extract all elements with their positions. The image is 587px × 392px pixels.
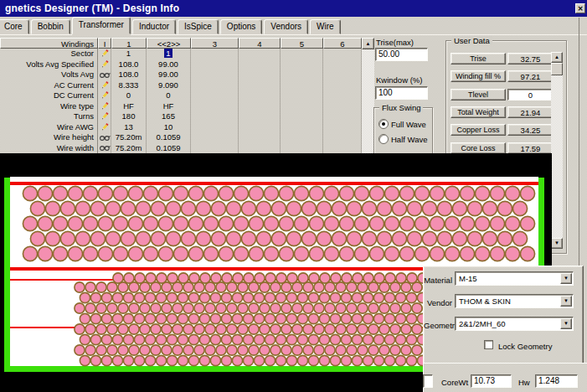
close-button[interactable]: ✕ [575, 3, 585, 13]
cell-col1[interactable]: 108.0 [111, 70, 147, 80]
cell-col1[interactable]: 75.20m [111, 132, 147, 143]
selected-cell-value[interactable]: 1 [164, 49, 172, 58]
column-header-4[interactable]: 4 [239, 38, 281, 49]
cell-empty[interactable] [323, 70, 362, 80]
cell-empty[interactable] [323, 59, 362, 70]
cell-empty[interactable] [281, 111, 323, 122]
vendor-dropdown[interactable]: THOM & SKIN ▼ [455, 294, 574, 308]
column-header-windings[interactable]: Windings [0, 38, 98, 49]
table-scrollbar[interactable]: ▲ [362, 38, 374, 153]
cell-col1[interactable]: 108.0 [111, 59, 147, 70]
column-header-1[interactable]: 1 [111, 38, 147, 49]
column-header-0[interactable]: I [98, 38, 111, 49]
cell-col2[interactable]: HF [147, 101, 191, 112]
cell-empty[interactable] [239, 49, 281, 59]
cell-empty[interactable] [239, 111, 281, 122]
scroll-up-icon[interactable]: ▲ [362, 38, 374, 49]
cell-empty[interactable] [239, 143, 281, 154]
cell-empty[interactable] [191, 143, 239, 154]
trise-max-input[interactable]: 50.00 [375, 48, 428, 61]
cell-col1[interactable]: 8.333 [111, 80, 147, 91]
cell-empty[interactable] [323, 143, 362, 154]
cell-empty[interactable] [191, 80, 239, 91]
tab-vendors[interactable]: Vendors [264, 19, 308, 34]
cell-empty[interactable] [281, 101, 323, 112]
cell-empty[interactable] [191, 132, 239, 143]
column-header-3[interactable]: 3 [191, 38, 239, 49]
cell-col2[interactable]: 0.1059 [147, 132, 191, 143]
cell-empty[interactable] [281, 122, 323, 133]
cell-col2[interactable]: 165 [147, 111, 191, 122]
scroll-up-icon[interactable]: ▲ [551, 52, 563, 63]
cell-col2[interactable]: 10 [147, 122, 191, 133]
tab-bobbin[interactable]: Bobbin [31, 19, 70, 34]
chevron-down-icon[interactable]: ▼ [560, 273, 572, 284]
user-data-button-trise[interactable]: Trise [451, 53, 506, 64]
cell-empty[interactable] [323, 80, 362, 91]
radio-half-wave[interactable]: Half Wave [378, 134, 427, 144]
cell-empty[interactable] [323, 122, 362, 133]
scrollbar-thumb[interactable] [551, 63, 563, 75]
cell-empty[interactable] [323, 101, 362, 112]
cell-empty[interactable] [323, 132, 362, 143]
cell-col2[interactable]: 9.090 [147, 80, 191, 91]
cell-empty[interactable] [323, 111, 362, 122]
tab-core[interactable]: Core [0, 19, 29, 34]
scroll-down-icon[interactable]: ▼ [551, 238, 563, 249]
chevron-down-icon[interactable]: ▼ [560, 318, 572, 329]
tab-isspice[interactable]: IsSpice [178, 19, 219, 34]
user-data-button-total-weight[interactable]: Total Weight [451, 106, 506, 118]
cell-empty[interactable] [281, 90, 323, 101]
user-data-scrollbar[interactable]: ▲ ▼ [551, 52, 563, 249]
cell-empty[interactable] [239, 59, 281, 70]
cell-empty[interactable] [191, 122, 239, 133]
cell-empty[interactable] [191, 49, 239, 59]
column-header-5[interactable]: 5 [281, 38, 323, 49]
cell-empty[interactable] [191, 101, 239, 112]
user-data-button-copper-loss[interactable]: Copper Loss [451, 124, 506, 136]
cell-col2[interactable]: 99.00 [147, 59, 191, 70]
partial-input[interactable] [423, 374, 433, 388]
column-header-2[interactable]: <<2>> [147, 38, 191, 49]
user-data-button-tlevel[interactable]: Tlevel [451, 89, 506, 101]
cell-empty[interactable] [281, 70, 323, 80]
cell-empty[interactable] [191, 111, 239, 122]
user-data-button-winding-fill-[interactable]: Winding fill % [451, 70, 506, 82]
material-dropdown[interactable]: M-15 ▼ [455, 271, 574, 286]
cell-col1[interactable]: 13 [111, 122, 147, 133]
cell-empty[interactable] [239, 70, 281, 80]
user-data-button-core-loss[interactable]: Core Loss [451, 142, 506, 154]
user-data-value[interactable]: 0 [507, 89, 554, 101]
tab-transformer[interactable]: Transformer [72, 17, 131, 34]
cell-col1[interactable]: 75.20m [111, 143, 147, 154]
lock-geometry-checkbox[interactable] [484, 340, 493, 349]
cell-empty[interactable] [239, 80, 281, 91]
cell-empty[interactable] [239, 132, 281, 143]
cell-empty[interactable] [323, 49, 362, 59]
cell-empty[interactable] [239, 122, 281, 133]
cell-col2[interactable]: 1 [147, 49, 191, 59]
radio-full-wave[interactable]: Full Wave [378, 119, 426, 129]
cell-empty[interactable] [281, 132, 323, 143]
chevron-down-icon[interactable]: ▼ [560, 296, 572, 307]
corewt-input[interactable]: 10.73 [471, 374, 512, 388]
cell-empty[interactable] [281, 49, 323, 59]
cell-col1[interactable]: HF [111, 101, 147, 112]
tab-options[interactable]: Options [220, 19, 262, 34]
cell-col1[interactable]: 1 [111, 49, 147, 59]
cell-empty[interactable] [323, 90, 362, 101]
tab-inductor[interactable]: Inductor [132, 19, 176, 34]
kwindow-input[interactable]: 100 [375, 86, 428, 100]
cell-empty[interactable] [281, 80, 323, 91]
cell-empty[interactable] [191, 59, 239, 70]
hw-input[interactable]: 1.248 [535, 374, 578, 388]
cell-empty[interactable] [239, 101, 281, 112]
cell-empty[interactable] [281, 143, 323, 154]
cell-empty[interactable] [281, 59, 323, 70]
cell-col2[interactable]: 0.1059 [147, 143, 191, 154]
geometry-dropdown[interactable]: 2&1/2MH_60 ▼ [455, 317, 574, 331]
cell-col2[interactable]: 99.00 [147, 70, 191, 80]
column-header-6[interactable]: 6 [323, 38, 362, 49]
cell-col1[interactable]: 0 [111, 90, 147, 101]
cell-empty[interactable] [239, 90, 281, 101]
